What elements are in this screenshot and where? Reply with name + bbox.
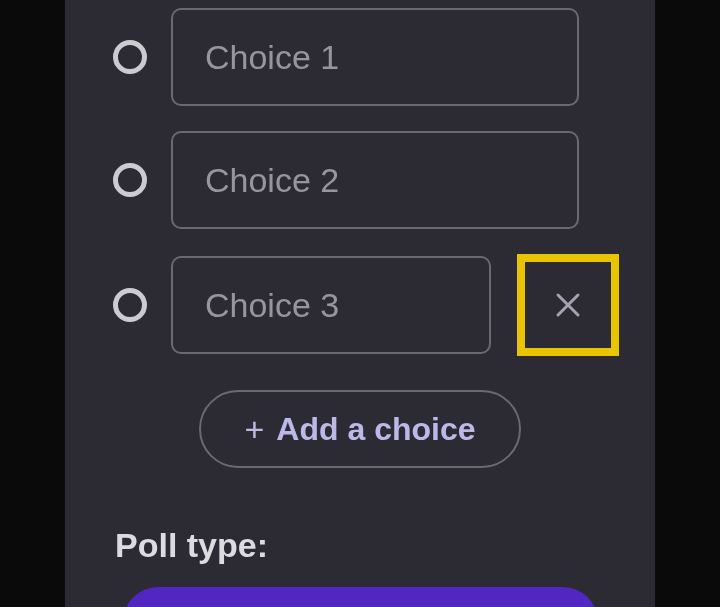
radio-icon[interactable] [113,288,147,322]
choice-row [65,131,655,229]
plus-icon: + [244,410,264,449]
add-choice-label: Add a choice [276,411,475,448]
poll-editor-panel: + Add a choice Poll type: [65,0,655,607]
poll-type-label: Poll type: [115,526,655,565]
radio-icon[interactable] [113,40,147,74]
poll-type-button[interactable] [123,587,598,607]
radio-icon[interactable] [113,163,147,197]
close-icon [555,292,581,318]
choice-input-3[interactable] [171,256,491,354]
choice-row [65,254,655,356]
delete-choice-button[interactable] [517,254,619,356]
choice-input-1[interactable] [171,8,579,106]
choice-row [65,8,655,106]
choice-input-2[interactable] [171,131,579,229]
add-choice-button[interactable]: + Add a choice [199,390,521,468]
